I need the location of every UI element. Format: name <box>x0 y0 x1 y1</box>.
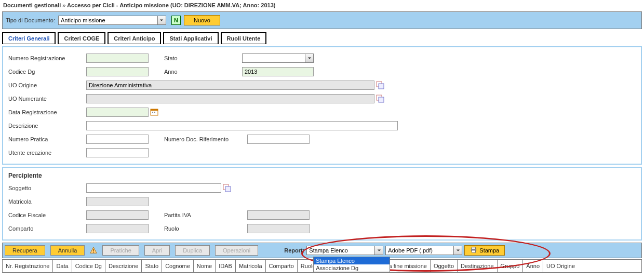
recupera-button[interactable]: Recupera <box>5 245 45 256</box>
format-input[interactable] <box>386 246 453 255</box>
tabs: Criteri Generali Criteri COGE Criteri An… <box>0 30 644 44</box>
col-descrizione[interactable]: Descrizione <box>105 260 142 272</box>
col-cognome[interactable]: Cognome <box>162 260 194 272</box>
descrizione-label: Descrizione <box>8 123 86 129</box>
ruolo-input[interactable] <box>247 224 310 233</box>
breadcrumb-page: Accesso per Cicli - Anticipo missione (U… <box>67 2 275 8</box>
lookup-icon[interactable] <box>223 184 231 192</box>
comparto-input[interactable] <box>86 224 149 233</box>
col-destinazione[interactable]: Destinazione <box>458 260 498 272</box>
matricola-input[interactable] <box>86 197 149 206</box>
col-comparto[interactable]: Comparto <box>266 260 298 272</box>
soggetto-input[interactable] <box>86 183 221 193</box>
stato-label: Stato <box>164 55 185 61</box>
soggetto-label: Soggetto <box>8 185 86 191</box>
topbar: Tipo di Documento: N Nuovo <box>2 11 642 29</box>
uo-numerante-label: UO Numerante <box>8 96 86 102</box>
svg-rect-5 <box>151 109 158 111</box>
uo-origine-input[interactable] <box>86 81 374 90</box>
svg-rect-13 <box>472 247 476 249</box>
chevron-down-icon[interactable] <box>305 54 313 62</box>
codice-dg-label: Codice Dg <box>8 69 86 75</box>
tab-stati-applicativi[interactable]: Stati Applicativi <box>163 32 218 44</box>
stato-combo[interactable] <box>242 54 314 63</box>
descrizione-input[interactable] <box>86 121 398 130</box>
svg-rect-14 <box>472 250 476 252</box>
annulla-button[interactable]: Annulla <box>50 245 85 256</box>
breadcrumb-root[interactable]: Documenti gestionali <box>3 2 61 8</box>
operazioni-button: Operazioni <box>215 245 258 256</box>
svg-rect-7 <box>154 112 155 113</box>
footer-bar: Recupera Annulla Pratiche Apri Duplica O… <box>2 243 642 258</box>
svg-rect-11 <box>93 252 95 253</box>
report-option[interactable]: Stampa Elenco <box>314 257 390 264</box>
data-registrazione-label: Data Registrazione <box>8 109 86 115</box>
svg-rect-1 <box>379 84 384 89</box>
duplica-button: Duplica <box>175 245 210 256</box>
data-registrazione-input[interactable] <box>86 108 149 117</box>
col-gruppo[interactable]: Gruppo <box>498 260 524 272</box>
ruolo-label: Ruolo <box>164 225 206 232</box>
numero-doc-rif-label: Numero Doc. Riferimento <box>164 136 247 142</box>
tab-criteri-coge[interactable]: Criteri COGE <box>58 32 105 44</box>
breadcrumb-sep: » <box>62 2 65 8</box>
col-stato[interactable]: Stato <box>142 260 162 272</box>
format-combo[interactable] <box>385 246 462 255</box>
col-idab[interactable]: IDAB <box>216 260 236 272</box>
pratiche-button: Pratiche <box>102 245 139 256</box>
new-icon[interactable]: N <box>171 16 181 25</box>
chevron-down-icon[interactable] <box>157 16 166 24</box>
matricola-label: Matricola <box>8 198 86 205</box>
report-option[interactable]: Associazione Dg <box>314 264 390 272</box>
codice-dg-input[interactable] <box>86 67 149 76</box>
partita-iva-label: Partita IVA <box>164 212 206 218</box>
tab-criteri-generali[interactable]: Criteri Generali <box>2 32 56 44</box>
nuovo-button[interactable]: Nuovo <box>184 15 220 25</box>
codice-fiscale-input[interactable] <box>86 210 149 220</box>
svg-rect-10 <box>93 249 95 251</box>
col-codice-dg[interactable]: Codice Dg <box>72 260 105 272</box>
anno-input[interactable] <box>242 67 314 76</box>
tipo-documento-label: Tipo di Documento: <box>6 17 55 23</box>
svg-rect-6 <box>152 112 153 113</box>
col-oggetto[interactable]: Oggetto <box>431 260 458 272</box>
col-anno[interactable]: Anno <box>523 260 543 272</box>
report-input[interactable] <box>307 246 374 255</box>
svg-rect-9 <box>225 186 231 192</box>
apri-button: Apri <box>144 245 170 256</box>
warning-icon <box>90 247 97 254</box>
numero-pratica-label: Numero Pratica <box>8 136 86 142</box>
svg-rect-3 <box>379 97 384 102</box>
tipo-documento-combo[interactable] <box>58 16 166 25</box>
stampa-label: Stampa <box>479 247 499 254</box>
calendar-icon[interactable] <box>150 108 158 116</box>
stampa-button[interactable]: Stampa <box>464 245 505 256</box>
tipo-documento-input[interactable] <box>59 16 157 24</box>
utente-creazione-input[interactable] <box>86 148 149 157</box>
tab-ruoli-utente[interactable]: Ruoli Utente <box>221 32 267 44</box>
criteri-generali-panel: Numero Registrazione Stato Codice Dg <box>2 46 642 165</box>
report-dropdown[interactable]: Stampa Elenco Associazione Dg <box>313 257 390 272</box>
partita-iva-input[interactable] <box>247 210 310 220</box>
comparto-label: Comparto <box>8 225 86 232</box>
numero-registrazione-label: Numero Registrazione <box>8 55 86 61</box>
tab-criteri-anticipo[interactable]: Criteri Anticipo <box>108 32 161 44</box>
numero-registrazione-input[interactable] <box>86 54 149 63</box>
col-data[interactable]: Data <box>53 260 72 272</box>
report-controls: Report: Stampa <box>284 245 505 256</box>
col-nome[interactable]: Nome <box>194 260 216 272</box>
report-combo[interactable] <box>306 246 383 255</box>
col-nr-registrazione[interactable]: Nr. Registrazione <box>3 260 53 272</box>
chevron-down-icon[interactable] <box>453 246 462 255</box>
numero-pratica-input[interactable] <box>86 135 149 144</box>
percipiente-title: Percipiente <box>8 172 636 179</box>
col-matricola[interactable]: Matricola <box>236 260 266 272</box>
col-uo-origine[interactable]: UO Origine <box>543 260 578 272</box>
uo-origine-label: UO Origine <box>8 82 86 88</box>
uo-numerante-input[interactable] <box>86 94 374 103</box>
lookup-icon[interactable] <box>376 81 384 89</box>
chevron-down-icon[interactable] <box>374 246 383 255</box>
lookup-icon[interactable] <box>376 95 384 103</box>
stato-input[interactable] <box>243 54 305 62</box>
numero-doc-rif-input[interactable] <box>247 135 310 144</box>
